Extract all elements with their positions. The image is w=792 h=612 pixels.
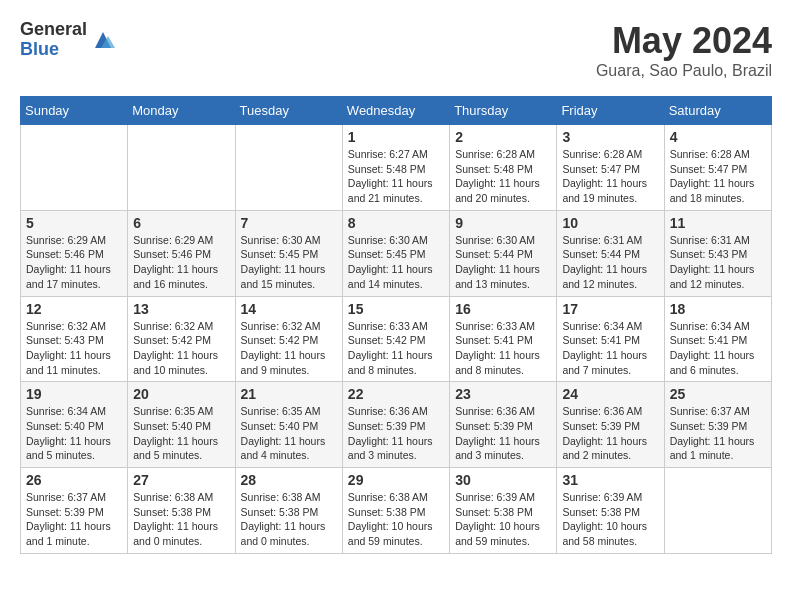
day-info: Sunrise: 6:30 AMSunset: 5:44 PMDaylight:…: [455, 233, 551, 292]
page-header: General Blue May 2024 Guara, Sao Paulo, …: [20, 20, 772, 80]
calendar-cell: 13Sunrise: 6:32 AMSunset: 5:42 PMDayligh…: [128, 296, 235, 382]
calendar-cell: 26Sunrise: 6:37 AMSunset: 5:39 PMDayligh…: [21, 468, 128, 554]
day-info: Sunrise: 6:37 AMSunset: 5:39 PMDaylight:…: [26, 490, 122, 549]
column-header-sunday: Sunday: [21, 97, 128, 125]
calendar-cell: [235, 125, 342, 211]
calendar-week-row: 12Sunrise: 6:32 AMSunset: 5:43 PMDayligh…: [21, 296, 772, 382]
calendar-cell: 7Sunrise: 6:30 AMSunset: 5:45 PMDaylight…: [235, 210, 342, 296]
day-info: Sunrise: 6:34 AMSunset: 5:40 PMDaylight:…: [26, 404, 122, 463]
calendar-cell: 15Sunrise: 6:33 AMSunset: 5:42 PMDayligh…: [342, 296, 449, 382]
day-info: Sunrise: 6:29 AMSunset: 5:46 PMDaylight:…: [133, 233, 229, 292]
calendar-cell: 27Sunrise: 6:38 AMSunset: 5:38 PMDayligh…: [128, 468, 235, 554]
calendar-cell: [128, 125, 235, 211]
day-number: 30: [455, 472, 551, 488]
calendar-week-row: 5Sunrise: 6:29 AMSunset: 5:46 PMDaylight…: [21, 210, 772, 296]
calendar-cell: 21Sunrise: 6:35 AMSunset: 5:40 PMDayligh…: [235, 382, 342, 468]
day-info: Sunrise: 6:35 AMSunset: 5:40 PMDaylight:…: [133, 404, 229, 463]
day-number: 8: [348, 215, 444, 231]
calendar-cell: 3Sunrise: 6:28 AMSunset: 5:47 PMDaylight…: [557, 125, 664, 211]
day-info: Sunrise: 6:38 AMSunset: 5:38 PMDaylight:…: [133, 490, 229, 549]
day-info: Sunrise: 6:31 AMSunset: 5:44 PMDaylight:…: [562, 233, 658, 292]
calendar-cell: 22Sunrise: 6:36 AMSunset: 5:39 PMDayligh…: [342, 382, 449, 468]
column-header-saturday: Saturday: [664, 97, 771, 125]
day-number: 29: [348, 472, 444, 488]
calendar-cell: 9Sunrise: 6:30 AMSunset: 5:44 PMDaylight…: [450, 210, 557, 296]
day-number: 24: [562, 386, 658, 402]
day-info: Sunrise: 6:39 AMSunset: 5:38 PMDaylight:…: [562, 490, 658, 549]
logo-icon: [91, 28, 115, 52]
day-number: 3: [562, 129, 658, 145]
column-header-tuesday: Tuesday: [235, 97, 342, 125]
calendar-cell: 25Sunrise: 6:37 AMSunset: 5:39 PMDayligh…: [664, 382, 771, 468]
day-number: 11: [670, 215, 766, 231]
day-info: Sunrise: 6:36 AMSunset: 5:39 PMDaylight:…: [562, 404, 658, 463]
day-number: 31: [562, 472, 658, 488]
day-number: 18: [670, 301, 766, 317]
calendar-cell: 23Sunrise: 6:36 AMSunset: 5:39 PMDayligh…: [450, 382, 557, 468]
calendar-cell: 2Sunrise: 6:28 AMSunset: 5:48 PMDaylight…: [450, 125, 557, 211]
day-number: 25: [670, 386, 766, 402]
column-header-friday: Friday: [557, 97, 664, 125]
column-header-monday: Monday: [128, 97, 235, 125]
day-info: Sunrise: 6:36 AMSunset: 5:39 PMDaylight:…: [348, 404, 444, 463]
day-info: Sunrise: 6:33 AMSunset: 5:42 PMDaylight:…: [348, 319, 444, 378]
month-title: May 2024: [596, 20, 772, 62]
logo-general-text: General: [20, 20, 87, 40]
calendar-cell: 28Sunrise: 6:38 AMSunset: 5:38 PMDayligh…: [235, 468, 342, 554]
day-number: 5: [26, 215, 122, 231]
day-number: 22: [348, 386, 444, 402]
title-block: May 2024 Guara, Sao Paulo, Brazil: [596, 20, 772, 80]
calendar-cell: 5Sunrise: 6:29 AMSunset: 5:46 PMDaylight…: [21, 210, 128, 296]
calendar-header-row: SundayMondayTuesdayWednesdayThursdayFrid…: [21, 97, 772, 125]
logo: General Blue: [20, 20, 115, 60]
logo-blue-text: Blue: [20, 40, 87, 60]
day-info: Sunrise: 6:37 AMSunset: 5:39 PMDaylight:…: [670, 404, 766, 463]
day-number: 23: [455, 386, 551, 402]
calendar-cell: 11Sunrise: 6:31 AMSunset: 5:43 PMDayligh…: [664, 210, 771, 296]
day-number: 16: [455, 301, 551, 317]
day-info: Sunrise: 6:28 AMSunset: 5:48 PMDaylight:…: [455, 147, 551, 206]
day-number: 27: [133, 472, 229, 488]
day-number: 17: [562, 301, 658, 317]
day-info: Sunrise: 6:27 AMSunset: 5:48 PMDaylight:…: [348, 147, 444, 206]
day-info: Sunrise: 6:28 AMSunset: 5:47 PMDaylight:…: [670, 147, 766, 206]
day-number: 7: [241, 215, 337, 231]
day-number: 12: [26, 301, 122, 317]
calendar-week-row: 26Sunrise: 6:37 AMSunset: 5:39 PMDayligh…: [21, 468, 772, 554]
day-number: 20: [133, 386, 229, 402]
calendar-cell: [21, 125, 128, 211]
day-info: Sunrise: 6:32 AMSunset: 5:42 PMDaylight:…: [133, 319, 229, 378]
day-info: Sunrise: 6:29 AMSunset: 5:46 PMDaylight:…: [26, 233, 122, 292]
calendar-cell: 8Sunrise: 6:30 AMSunset: 5:45 PMDaylight…: [342, 210, 449, 296]
calendar-cell: 30Sunrise: 6:39 AMSunset: 5:38 PMDayligh…: [450, 468, 557, 554]
calendar-cell: 16Sunrise: 6:33 AMSunset: 5:41 PMDayligh…: [450, 296, 557, 382]
calendar-cell: 6Sunrise: 6:29 AMSunset: 5:46 PMDaylight…: [128, 210, 235, 296]
day-number: 4: [670, 129, 766, 145]
column-header-wednesday: Wednesday: [342, 97, 449, 125]
day-info: Sunrise: 6:32 AMSunset: 5:43 PMDaylight:…: [26, 319, 122, 378]
day-info: Sunrise: 6:34 AMSunset: 5:41 PMDaylight:…: [562, 319, 658, 378]
day-number: 1: [348, 129, 444, 145]
day-info: Sunrise: 6:33 AMSunset: 5:41 PMDaylight:…: [455, 319, 551, 378]
day-info: Sunrise: 6:38 AMSunset: 5:38 PMDaylight:…: [241, 490, 337, 549]
day-number: 13: [133, 301, 229, 317]
day-info: Sunrise: 6:35 AMSunset: 5:40 PMDaylight:…: [241, 404, 337, 463]
calendar-week-row: 1Sunrise: 6:27 AMSunset: 5:48 PMDaylight…: [21, 125, 772, 211]
day-number: 26: [26, 472, 122, 488]
day-number: 6: [133, 215, 229, 231]
calendar-table: SundayMondayTuesdayWednesdayThursdayFrid…: [20, 96, 772, 554]
day-info: Sunrise: 6:28 AMSunset: 5:47 PMDaylight:…: [562, 147, 658, 206]
calendar-week-row: 19Sunrise: 6:34 AMSunset: 5:40 PMDayligh…: [21, 382, 772, 468]
day-info: Sunrise: 6:30 AMSunset: 5:45 PMDaylight:…: [348, 233, 444, 292]
calendar-cell: 14Sunrise: 6:32 AMSunset: 5:42 PMDayligh…: [235, 296, 342, 382]
calendar-cell: 20Sunrise: 6:35 AMSunset: 5:40 PMDayligh…: [128, 382, 235, 468]
day-number: 9: [455, 215, 551, 231]
calendar-cell: 1Sunrise: 6:27 AMSunset: 5:48 PMDaylight…: [342, 125, 449, 211]
day-info: Sunrise: 6:39 AMSunset: 5:38 PMDaylight:…: [455, 490, 551, 549]
day-number: 21: [241, 386, 337, 402]
calendar-cell: 4Sunrise: 6:28 AMSunset: 5:47 PMDaylight…: [664, 125, 771, 211]
day-number: 28: [241, 472, 337, 488]
calendar-cell: 31Sunrise: 6:39 AMSunset: 5:38 PMDayligh…: [557, 468, 664, 554]
day-number: 10: [562, 215, 658, 231]
day-info: Sunrise: 6:30 AMSunset: 5:45 PMDaylight:…: [241, 233, 337, 292]
